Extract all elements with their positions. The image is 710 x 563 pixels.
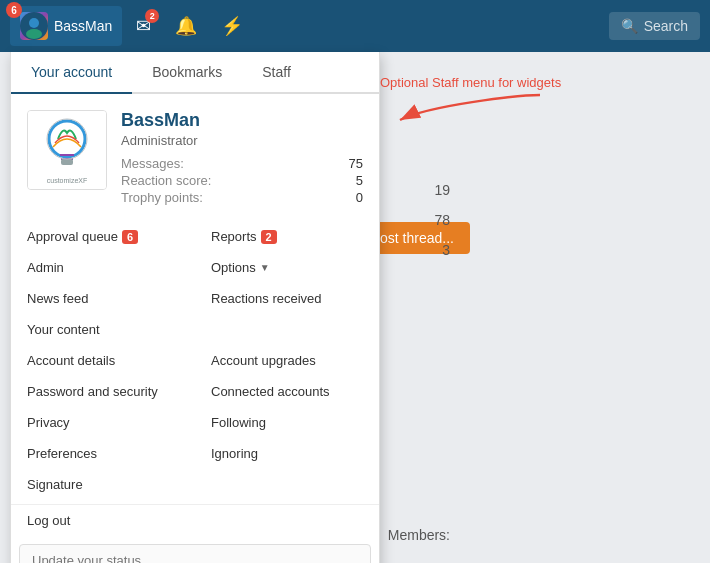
reactions-received-label: Reactions received <box>211 291 322 306</box>
approval-queue-label: Approval queue <box>27 229 118 244</box>
ignoring-label: Ignoring <box>211 446 258 461</box>
menu-item-signature[interactable]: Signature <box>11 469 195 500</box>
approval-queue-badge: 6 <box>122 230 138 244</box>
profile-avatar: customizeXF <box>27 110 107 190</box>
profile-stats: Messages: 75 Reaction score: 5 Trophy po… <box>121 156 363 205</box>
menu-item-ignoring[interactable]: Ignoring <box>195 438 379 469</box>
tab-staff[interactable]: Staff <box>242 52 311 94</box>
search-icon: 🔍 <box>621 18 638 34</box>
privacy-label: Privacy <box>27 415 70 430</box>
menu-item-approval-queue[interactable]: Approval queue 6 <box>11 221 195 252</box>
menu-item-reactions-received[interactable]: Reactions received <box>195 283 379 314</box>
profile-role: Administrator <box>121 133 363 148</box>
profile-info: BassMan Administrator Messages: 75 React… <box>121 110 363 205</box>
svg-rect-5 <box>61 159 73 165</box>
messages-value: 75 <box>290 156 363 171</box>
lightning-icon: ⚡ <box>221 15 243 37</box>
menu-item-admin[interactable]: Admin <box>11 252 195 283</box>
trophy-value: 0 <box>290 190 363 205</box>
top-navigation: 6 BassMan ✉ 2 🔔 ⚡ 🔍 Search <box>0 0 710 52</box>
signature-label: Signature <box>27 477 83 492</box>
account-upgrades-label: Account upgrades <box>211 353 316 368</box>
menu-item-following[interactable]: Following <box>195 407 379 438</box>
user-badge: 6 <box>6 2 22 18</box>
menu-item-options[interactable]: Options ▼ <box>195 252 379 283</box>
menu-grid: Approval queue 6 Reports 2 Admin Options… <box>11 221 379 504</box>
following-label: Following <box>211 415 266 430</box>
profile-section: customizeXF BassMan Administrator Messag… <box>11 94 379 221</box>
account-dropdown: Your account Bookmarks Staff customizeXF <box>10 52 380 563</box>
admin-label: Admin <box>27 260 64 275</box>
menu-item-connected-accounts[interactable]: Connected accounts <box>195 376 379 407</box>
menu-item-spacer <box>195 314 379 345</box>
account-details-label: Account details <box>27 353 115 368</box>
options-arrow-icon: ▼ <box>260 262 270 273</box>
menu-item-news-feed[interactable]: News feed <box>11 283 195 314</box>
svg-point-1 <box>29 18 39 28</box>
reaction-label: Reaction score: <box>121 173 270 188</box>
connected-accounts-label: Connected accounts <box>211 384 330 399</box>
news-feed-label: News feed <box>27 291 88 306</box>
username-label: BassMan <box>54 18 112 34</box>
tab-bookmarks[interactable]: Bookmarks <box>132 52 242 94</box>
password-security-label: Password and security <box>27 384 158 399</box>
avatar <box>20 12 48 40</box>
search-bar[interactable]: 🔍 Search <box>609 12 700 40</box>
search-label: Search <box>644 18 688 34</box>
user-menu-button[interactable]: 6 BassMan <box>10 6 122 46</box>
bell-icon: 🔔 <box>175 15 197 37</box>
menu-item-account-upgrades[interactable]: Account upgrades <box>195 345 379 376</box>
reaction-value: 5 <box>290 173 363 188</box>
svg-point-2 <box>26 29 42 39</box>
options-label: Options <box>211 260 256 275</box>
members-label: Members: <box>388 527 450 543</box>
logout-item[interactable]: Log out <box>11 504 379 536</box>
reports-badge: 2 <box>261 230 277 244</box>
messages-badge: 2 <box>145 9 159 23</box>
profile-name: BassMan <box>121 110 363 131</box>
menu-item-right-spacer <box>195 469 379 500</box>
menu-item-reports[interactable]: Reports 2 <box>195 221 379 252</box>
lightning-button[interactable]: ⚡ <box>211 7 253 45</box>
tab-your-account[interactable]: Your account <box>11 52 132 94</box>
trophy-label: Trophy points: <box>121 190 270 205</box>
menu-item-privacy[interactable]: Privacy <box>11 407 195 438</box>
reports-label: Reports <box>211 229 257 244</box>
preferences-label: Preferences <box>27 446 97 461</box>
menu-item-account-details[interactable]: Account details <box>11 345 195 376</box>
menu-item-password-security[interactable]: Password and security <box>11 376 195 407</box>
bg-number-3: 3 <box>442 242 450 258</box>
alerts-button[interactable]: 🔔 <box>165 7 207 45</box>
dropdown-tabs: Your account Bookmarks Staff <box>11 52 379 94</box>
messages-button[interactable]: ✉ 2 <box>126 7 161 45</box>
menu-item-preferences[interactable]: Preferences <box>11 438 195 469</box>
status-input[interactable] <box>19 544 371 563</box>
your-content-label: Your content <box>27 322 100 337</box>
bg-number-1: 19 <box>434 182 450 198</box>
bg-number-2: 78 <box>434 212 450 228</box>
svg-text:customizeXF: customizeXF <box>47 177 87 184</box>
menu-item-your-content[interactable]: Your content <box>11 314 195 345</box>
messages-label: Messages: <box>121 156 270 171</box>
